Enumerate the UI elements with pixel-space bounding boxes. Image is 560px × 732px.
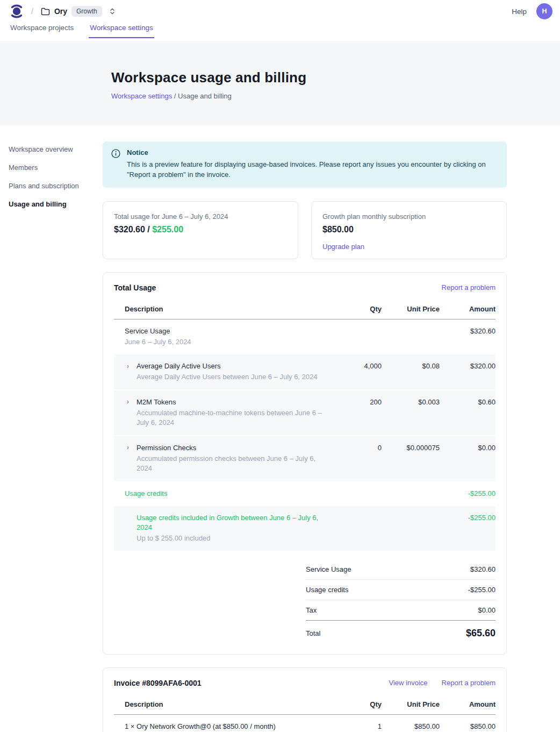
workspace-switcher[interactable]: Ory Growth xyxy=(41,6,115,17)
total-value: $65.60 xyxy=(466,628,496,639)
workspace-name: Ory xyxy=(54,7,67,16)
col-amount: Amount xyxy=(440,305,496,313)
summary-value: -$255.00 xyxy=(468,586,496,594)
table-row-daily-active-users[interactable]: › Average Daily Active Users Average Dai… xyxy=(114,354,496,390)
chevron-right-icon[interactable]: › xyxy=(127,360,132,383)
tab-workspace-settings[interactable]: Workspace settings xyxy=(89,23,154,38)
row-title: Average Daily Active Users xyxy=(137,361,318,371)
table-row-growth-plan: 1 × Ory Network Growth@0 (at $850.00 / m… xyxy=(114,715,496,732)
row-amount: $0.60 xyxy=(440,397,496,407)
row-amount: -$255.00 xyxy=(440,489,496,499)
breadcrumb-separator: / xyxy=(31,7,33,16)
summary-row-total: Total $65.60 xyxy=(306,621,496,641)
summary-value: $320.60 xyxy=(470,565,496,573)
breadcrumb-current: Usage and billing xyxy=(178,92,232,100)
total-label: Total xyxy=(306,629,320,637)
breadcrumb-settings-link[interactable]: Workspace settings xyxy=(111,92,172,100)
row-subtitle: June 6 – July 6, 2024 xyxy=(125,337,332,347)
usage-card-title: Total Usage xyxy=(114,283,156,292)
notice-title: Notice xyxy=(127,148,497,157)
total-usage-summary-card: Total usage for June 6 – July 6, 2024 $3… xyxy=(103,201,298,259)
usage-table-header: Description Qty Unit Price Amount xyxy=(114,300,496,319)
col-qty: Qty xyxy=(332,305,382,313)
row-qty: 0 xyxy=(332,443,382,453)
sidebar-item-plans-subscription[interactable]: Plans and subscription xyxy=(9,179,103,193)
row-title: Usage credits xyxy=(125,489,332,499)
total-usage-label: Total usage for June 6 – July 6, 2024 xyxy=(114,212,287,221)
col-description: Description xyxy=(114,305,332,313)
summary-value: $0.00 xyxy=(478,606,496,614)
usage-table: Description Qty Unit Price Amount Servic… xyxy=(114,300,496,552)
usage-credit-amount: $255.00 xyxy=(152,225,183,234)
row-subtitle: Up to $ 255.00 included xyxy=(137,534,332,543)
row-unit-price: $0.08 xyxy=(382,361,440,371)
summary-label: Service Usage xyxy=(306,565,351,573)
table-row-permission-checks[interactable]: › Permission Checks Accumulated permissi… xyxy=(114,436,496,482)
row-qty: 1 xyxy=(332,722,382,731)
row-amount: $320.00 xyxy=(440,361,496,371)
plan-subscription-card: Growth plan monthly subscription $850.00… xyxy=(311,201,507,259)
help-link[interactable]: Help xyxy=(512,8,527,16)
table-row-usage-credits: Usage credits -$255.00 xyxy=(114,482,496,506)
row-amount: $0.00 xyxy=(440,443,496,453)
total-usage-card: Total Usage Report a problem Description… xyxy=(103,272,507,655)
row-title: Service Usage xyxy=(125,326,332,336)
invoice-table: Description Qty Unit Price Amount 1 × Or… xyxy=(114,695,496,732)
notice-body: This is a preview feature for displaying… xyxy=(127,160,497,180)
summary-label: Tax xyxy=(306,606,317,614)
row-qty: 200 xyxy=(332,397,382,407)
row-title: M2M Tokens xyxy=(137,397,332,407)
report-problem-link[interactable]: Report a problem xyxy=(442,679,496,687)
plan-subscription-label: Growth plan monthly subscription xyxy=(322,212,496,221)
col-amount: Amount xyxy=(440,700,496,708)
table-row-m2m-tokens[interactable]: › M2M Tokens Accumulated machine-to-mach… xyxy=(114,390,496,436)
folder-icon xyxy=(41,8,50,16)
breadcrumb-sep: / xyxy=(172,92,178,100)
row-unit-price: $850.00 xyxy=(382,722,440,731)
row-unit-price: $0.000075 xyxy=(382,443,440,453)
breadcrumb: Workspace settings / Usage and billing xyxy=(111,92,560,100)
settings-sidebar: Workspace overview Members Plans and sub… xyxy=(0,126,103,215)
sidebar-item-members[interactable]: Members xyxy=(9,160,103,175)
info-icon xyxy=(111,149,120,158)
row-title: Usage credits included in Growth between… xyxy=(137,513,332,532)
chevron-right-icon[interactable]: › xyxy=(127,396,132,430)
summary-label: Usage credits xyxy=(306,586,348,594)
tab-workspace-projects[interactable]: Workspace projects xyxy=(9,23,75,37)
row-qty: 4,000 xyxy=(332,361,382,371)
ory-logo-icon[interactable] xyxy=(10,3,24,19)
chevron-right-icon[interactable]: › xyxy=(127,442,132,475)
view-invoice-link[interactable]: View invoice xyxy=(389,679,428,687)
sidebar-item-workspace-overview[interactable]: Workspace overview xyxy=(9,142,103,157)
table-row-service-usage: Service Usage June 6 – July 6, 2024 $320… xyxy=(114,319,496,354)
page-header: Workspace usage and billing Workspace se… xyxy=(0,41,560,126)
plan-subscription-value: $850.00 xyxy=(322,225,496,234)
sidebar-item-usage-billing[interactable]: Usage and billing xyxy=(9,197,103,211)
plan-badge: Growth xyxy=(71,6,102,17)
col-qty: Qty xyxy=(332,700,382,708)
main-content: Notice This is a preview feature for dis… xyxy=(103,126,507,732)
top-bar: / Ory Growth Help H xyxy=(0,0,560,23)
row-title: Permission Checks xyxy=(137,443,332,453)
row-amount: -$255.00 xyxy=(440,513,496,523)
col-description: Description xyxy=(114,700,332,708)
col-unit-price: Unit Price xyxy=(382,700,440,708)
page-title: Workspace usage and billing xyxy=(111,69,560,86)
chevron-up-down-icon[interactable] xyxy=(110,8,115,15)
col-unit-price: Unit Price xyxy=(382,305,440,313)
row-amount: $320.60 xyxy=(440,326,496,336)
preview-notice-banner: Notice This is a preview feature for dis… xyxy=(103,141,507,188)
row-amount: $850.00 xyxy=(440,722,496,731)
invoice-card-title: Invoice #8099AFA6-0001 xyxy=(114,679,202,687)
report-problem-link[interactable]: Report a problem xyxy=(442,283,496,292)
user-avatar[interactable]: H xyxy=(536,3,552,19)
usage-amount: $320.60 xyxy=(114,225,145,234)
usage-summary: Service Usage $320.60 Usage credits -$25… xyxy=(306,559,496,641)
row-subtitle: Accumulated permission checks between Ju… xyxy=(137,454,332,473)
upgrade-plan-link[interactable]: Upgrade plan xyxy=(322,243,364,251)
summary-row-service-usage: Service Usage $320.60 xyxy=(306,559,496,580)
invoice-table-header: Description Qty Unit Price Amount xyxy=(114,695,496,715)
summary-row-tax: Tax $0.00 xyxy=(306,600,496,621)
row-unit-price: $0.003 xyxy=(382,397,440,407)
workspace-tabs: Workspace projects Workspace settings xyxy=(0,23,560,41)
